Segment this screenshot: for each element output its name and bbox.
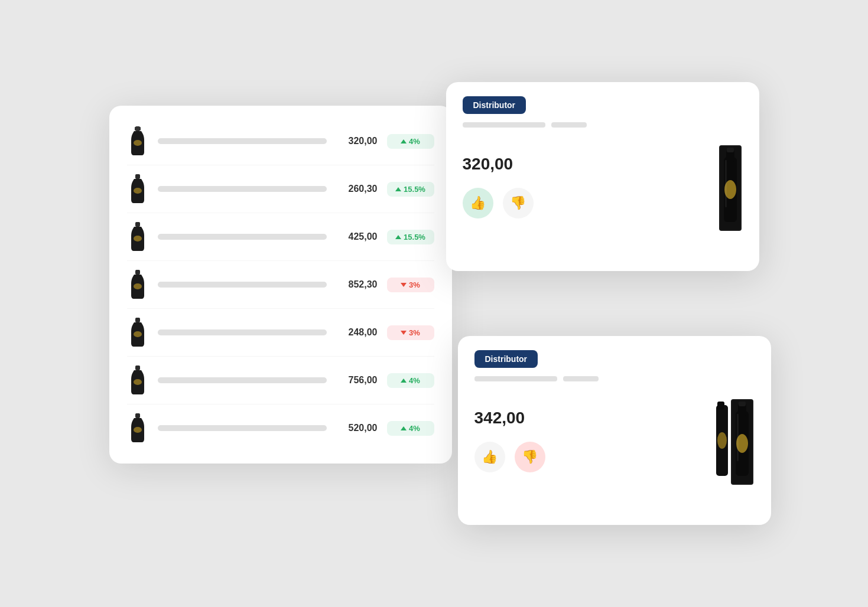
- change-badge: 15.5%: [387, 182, 434, 197]
- bottle-thumbnail: [127, 126, 148, 156]
- change-value: 15.5%: [404, 233, 425, 242]
- svg-rect-27: [739, 402, 746, 406]
- card-price: 320,00: [463, 155, 534, 174]
- bottle-thumbnail: [127, 221, 148, 252]
- product-name-placeholder: [158, 329, 327, 335]
- list-panel: 320,00 4% 260,30 15.5% 425,00: [109, 106, 452, 464]
- price: 852,30: [336, 279, 378, 290]
- product-name-placeholder: [158, 425, 327, 431]
- list-row: 248,00 3%: [127, 309, 434, 357]
- arrow-up-icon: [401, 426, 407, 430]
- list-row: 756,00 4%: [127, 357, 434, 404]
- price: 248,00: [336, 327, 378, 338]
- svg-point-10: [134, 331, 142, 337]
- svg-point-4: [134, 188, 142, 194]
- change-value: 4%: [409, 376, 420, 385]
- bottle-thumbnail: [127, 317, 148, 348]
- list-row: 320,00 4%: [127, 118, 434, 165]
- bottle-thumbnail: [127, 174, 148, 204]
- svg-rect-30: [717, 402, 724, 410]
- svg-rect-20: [727, 148, 734, 152]
- card-price: 342,00: [474, 409, 545, 427]
- meta-bar-long: [474, 376, 557, 381]
- product-name-placeholder: [158, 138, 327, 144]
- card-actions: 👍 👎: [474, 442, 545, 472]
- svg-rect-28: [737, 414, 739, 461]
- card-left: 342,00 👍 👎: [474, 409, 545, 472]
- card-content: 320,00 👍 👎: [463, 139, 743, 234]
- price: 520,00: [336, 423, 378, 433]
- svg-rect-11: [135, 365, 140, 370]
- change-value: 3%: [409, 328, 420, 337]
- card-actions: 👍 👎: [463, 188, 534, 218]
- svg-point-12: [134, 379, 142, 385]
- svg-rect-13: [135, 413, 140, 418]
- svg-point-14: [134, 427, 142, 433]
- scene: 320,00 4% 260,30 15.5% 425,00: [109, 82, 759, 525]
- arrow-up-icon: [401, 378, 407, 383]
- product-name-placeholder: [158, 377, 327, 383]
- bottle-thumbnail: [127, 413, 148, 443]
- svg-rect-1: [135, 127, 141, 130]
- distributor-badge: Distributor: [474, 350, 538, 368]
- thumbs-up-button[interactable]: 👍: [463, 188, 493, 218]
- detail-card-bottom: Distributor 342,00 👍 👎: [458, 336, 771, 525]
- list-row: 260,30 15.5%: [127, 165, 434, 213]
- arrow-down-icon: [401, 331, 407, 335]
- svg-point-31: [717, 432, 727, 449]
- bottle-thumbnail: [127, 365, 148, 396]
- card-content: 342,00 👍 👎: [474, 393, 755, 488]
- change-badge: 3%: [387, 325, 434, 340]
- meta-bar-short: [563, 376, 599, 381]
- thumbs-up-button[interactable]: 👍: [474, 442, 505, 472]
- svg-rect-21: [725, 160, 727, 207]
- product-name-placeholder: [158, 234, 327, 240]
- list-row: 520,00 4%: [127, 404, 434, 452]
- arrow-up-icon: [401, 139, 407, 143]
- arrow-up-icon: [395, 187, 401, 191]
- bottle-image: [701, 393, 755, 488]
- product-name-placeholder: [158, 282, 327, 288]
- price: 756,00: [336, 375, 378, 386]
- change-badge: 3%: [387, 278, 434, 292]
- change-badge: 4%: [387, 373, 434, 388]
- price: 260,30: [336, 184, 378, 194]
- svg-point-8: [134, 283, 142, 289]
- arrow-up-icon: [395, 235, 401, 239]
- distributor-badge: Distributor: [463, 96, 526, 114]
- card-left: 320,00 👍 👎: [463, 155, 534, 218]
- arrow-down-icon: [401, 283, 407, 287]
- meta-bar-short: [551, 122, 587, 128]
- change-value: 4%: [409, 137, 420, 146]
- svg-rect-5: [135, 222, 140, 227]
- svg-rect-7: [135, 270, 140, 275]
- price: 320,00: [336, 136, 378, 146]
- meta-bar-long: [463, 122, 545, 128]
- change-value: 4%: [409, 424, 420, 433]
- svg-point-6: [134, 236, 142, 242]
- price: 425,00: [336, 231, 378, 242]
- product-name-placeholder: [158, 186, 327, 192]
- card-meta-row: [463, 122, 743, 128]
- thumbs-down-button[interactable]: 👎: [503, 188, 534, 218]
- bottle-image: [690, 139, 743, 234]
- thumbs-down-button[interactable]: 👎: [515, 442, 545, 472]
- svg-point-2: [134, 140, 142, 146]
- change-value: 15.5%: [404, 185, 425, 194]
- change-value: 3%: [409, 280, 420, 289]
- bottle-thumbnail: [127, 269, 148, 300]
- change-badge: 4%: [387, 421, 434, 436]
- svg-rect-3: [135, 174, 140, 179]
- svg-rect-9: [135, 318, 140, 322]
- change-badge: 4%: [387, 134, 434, 149]
- card-meta-row: [474, 376, 755, 381]
- change-badge: 15.5%: [387, 230, 434, 244]
- list-row: 425,00 15.5%: [127, 213, 434, 261]
- list-row: 852,30 3%: [127, 261, 434, 309]
- detail-card-top: Distributor 320,00 👍 👎: [446, 82, 759, 271]
